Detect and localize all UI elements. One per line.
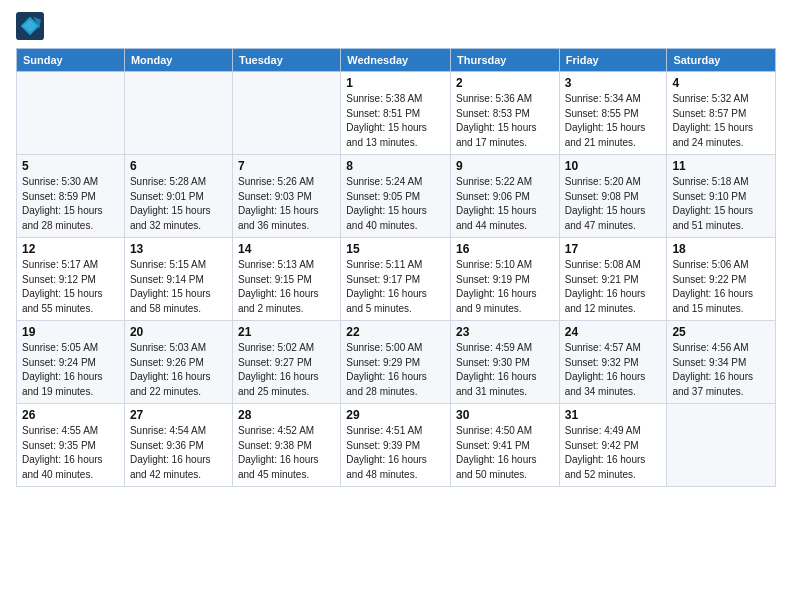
calendar-cell: 3Sunrise: 5:34 AMSunset: 8:55 PMDaylight…	[559, 72, 667, 155]
cell-sun-info: Sunrise: 4:50 AMSunset: 9:41 PMDaylight:…	[456, 424, 554, 482]
calendar-cell: 16Sunrise: 5:10 AMSunset: 9:19 PMDayligh…	[450, 238, 559, 321]
day-number: 5	[22, 159, 119, 173]
calendar-cell: 8Sunrise: 5:24 AMSunset: 9:05 PMDaylight…	[341, 155, 451, 238]
calendar-cell: 4Sunrise: 5:32 AMSunset: 8:57 PMDaylight…	[667, 72, 776, 155]
cell-sun-info: Sunrise: 4:54 AMSunset: 9:36 PMDaylight:…	[130, 424, 227, 482]
cell-sun-info: Sunrise: 4:55 AMSunset: 9:35 PMDaylight:…	[22, 424, 119, 482]
calendar-cell: 24Sunrise: 4:57 AMSunset: 9:32 PMDayligh…	[559, 321, 667, 404]
weekday-header-row: SundayMondayTuesdayWednesdayThursdayFrid…	[17, 49, 776, 72]
calendar-cell: 12Sunrise: 5:17 AMSunset: 9:12 PMDayligh…	[17, 238, 125, 321]
calendar-cell: 17Sunrise: 5:08 AMSunset: 9:21 PMDayligh…	[559, 238, 667, 321]
cell-sun-info: Sunrise: 5:05 AMSunset: 9:24 PMDaylight:…	[22, 341, 119, 399]
calendar-cell: 22Sunrise: 5:00 AMSunset: 9:29 PMDayligh…	[341, 321, 451, 404]
calendar-page: SundayMondayTuesdayWednesdayThursdayFrid…	[0, 0, 792, 612]
cell-sun-info: Sunrise: 5:20 AMSunset: 9:08 PMDaylight:…	[565, 175, 662, 233]
calendar-cell: 25Sunrise: 4:56 AMSunset: 9:34 PMDayligh…	[667, 321, 776, 404]
cell-sun-info: Sunrise: 5:32 AMSunset: 8:57 PMDaylight:…	[672, 92, 770, 150]
page-header	[16, 12, 776, 40]
cell-sun-info: Sunrise: 5:30 AMSunset: 8:59 PMDaylight:…	[22, 175, 119, 233]
weekday-header-friday: Friday	[559, 49, 667, 72]
day-number: 15	[346, 242, 445, 256]
weekday-header-wednesday: Wednesday	[341, 49, 451, 72]
logo	[16, 12, 48, 40]
calendar-cell	[17, 72, 125, 155]
day-number: 19	[22, 325, 119, 339]
calendar-cell: 6Sunrise: 5:28 AMSunset: 9:01 PMDaylight…	[124, 155, 232, 238]
cell-sun-info: Sunrise: 4:59 AMSunset: 9:30 PMDaylight:…	[456, 341, 554, 399]
calendar-cell: 20Sunrise: 5:03 AMSunset: 9:26 PMDayligh…	[124, 321, 232, 404]
cell-sun-info: Sunrise: 4:57 AMSunset: 9:32 PMDaylight:…	[565, 341, 662, 399]
calendar-cell	[124, 72, 232, 155]
day-number: 10	[565, 159, 662, 173]
cell-sun-info: Sunrise: 5:15 AMSunset: 9:14 PMDaylight:…	[130, 258, 227, 316]
cell-sun-info: Sunrise: 5:34 AMSunset: 8:55 PMDaylight:…	[565, 92, 662, 150]
day-number: 22	[346, 325, 445, 339]
calendar-cell: 5Sunrise: 5:30 AMSunset: 8:59 PMDaylight…	[17, 155, 125, 238]
cell-sun-info: Sunrise: 5:02 AMSunset: 9:27 PMDaylight:…	[238, 341, 335, 399]
calendar-cell	[233, 72, 341, 155]
cell-sun-info: Sunrise: 5:24 AMSunset: 9:05 PMDaylight:…	[346, 175, 445, 233]
day-number: 8	[346, 159, 445, 173]
cell-sun-info: Sunrise: 5:17 AMSunset: 9:12 PMDaylight:…	[22, 258, 119, 316]
cell-sun-info: Sunrise: 5:00 AMSunset: 9:29 PMDaylight:…	[346, 341, 445, 399]
calendar-row-3: 12Sunrise: 5:17 AMSunset: 9:12 PMDayligh…	[17, 238, 776, 321]
weekday-header-sunday: Sunday	[17, 49, 125, 72]
cell-sun-info: Sunrise: 5:08 AMSunset: 9:21 PMDaylight:…	[565, 258, 662, 316]
calendar-cell: 31Sunrise: 4:49 AMSunset: 9:42 PMDayligh…	[559, 404, 667, 487]
calendar-cell: 7Sunrise: 5:26 AMSunset: 9:03 PMDaylight…	[233, 155, 341, 238]
cell-sun-info: Sunrise: 4:51 AMSunset: 9:39 PMDaylight:…	[346, 424, 445, 482]
cell-sun-info: Sunrise: 5:18 AMSunset: 9:10 PMDaylight:…	[672, 175, 770, 233]
cell-sun-info: Sunrise: 4:49 AMSunset: 9:42 PMDaylight:…	[565, 424, 662, 482]
day-number: 11	[672, 159, 770, 173]
calendar-cell: 21Sunrise: 5:02 AMSunset: 9:27 PMDayligh…	[233, 321, 341, 404]
calendar-cell: 9Sunrise: 5:22 AMSunset: 9:06 PMDaylight…	[450, 155, 559, 238]
day-number: 21	[238, 325, 335, 339]
day-number: 17	[565, 242, 662, 256]
calendar-cell: 29Sunrise: 4:51 AMSunset: 9:39 PMDayligh…	[341, 404, 451, 487]
day-number: 26	[22, 408, 119, 422]
calendar-cell: 14Sunrise: 5:13 AMSunset: 9:15 PMDayligh…	[233, 238, 341, 321]
calendar-cell: 15Sunrise: 5:11 AMSunset: 9:17 PMDayligh…	[341, 238, 451, 321]
day-number: 12	[22, 242, 119, 256]
day-number: 24	[565, 325, 662, 339]
calendar-row-2: 5Sunrise: 5:30 AMSunset: 8:59 PMDaylight…	[17, 155, 776, 238]
day-number: 25	[672, 325, 770, 339]
day-number: 23	[456, 325, 554, 339]
calendar-cell: 11Sunrise: 5:18 AMSunset: 9:10 PMDayligh…	[667, 155, 776, 238]
day-number: 29	[346, 408, 445, 422]
day-number: 18	[672, 242, 770, 256]
day-number: 31	[565, 408, 662, 422]
cell-sun-info: Sunrise: 5:38 AMSunset: 8:51 PMDaylight:…	[346, 92, 445, 150]
calendar-cell: 13Sunrise: 5:15 AMSunset: 9:14 PMDayligh…	[124, 238, 232, 321]
cell-sun-info: Sunrise: 5:11 AMSunset: 9:17 PMDaylight:…	[346, 258, 445, 316]
calendar-row-5: 26Sunrise: 4:55 AMSunset: 9:35 PMDayligh…	[17, 404, 776, 487]
cell-sun-info: Sunrise: 5:36 AMSunset: 8:53 PMDaylight:…	[456, 92, 554, 150]
calendar-cell: 19Sunrise: 5:05 AMSunset: 9:24 PMDayligh…	[17, 321, 125, 404]
day-number: 9	[456, 159, 554, 173]
cell-sun-info: Sunrise: 5:03 AMSunset: 9:26 PMDaylight:…	[130, 341, 227, 399]
day-number: 20	[130, 325, 227, 339]
cell-sun-info: Sunrise: 5:13 AMSunset: 9:15 PMDaylight:…	[238, 258, 335, 316]
cell-sun-info: Sunrise: 5:10 AMSunset: 9:19 PMDaylight:…	[456, 258, 554, 316]
day-number: 4	[672, 76, 770, 90]
calendar-cell	[667, 404, 776, 487]
calendar-cell: 10Sunrise: 5:20 AMSunset: 9:08 PMDayligh…	[559, 155, 667, 238]
day-number: 3	[565, 76, 662, 90]
day-number: 27	[130, 408, 227, 422]
calendar-cell: 18Sunrise: 5:06 AMSunset: 9:22 PMDayligh…	[667, 238, 776, 321]
calendar-cell: 1Sunrise: 5:38 AMSunset: 8:51 PMDaylight…	[341, 72, 451, 155]
calendar-cell: 30Sunrise: 4:50 AMSunset: 9:41 PMDayligh…	[450, 404, 559, 487]
day-number: 6	[130, 159, 227, 173]
cell-sun-info: Sunrise: 4:56 AMSunset: 9:34 PMDaylight:…	[672, 341, 770, 399]
day-number: 14	[238, 242, 335, 256]
calendar-cell: 27Sunrise: 4:54 AMSunset: 9:36 PMDayligh…	[124, 404, 232, 487]
cell-sun-info: Sunrise: 5:06 AMSunset: 9:22 PMDaylight:…	[672, 258, 770, 316]
day-number: 30	[456, 408, 554, 422]
weekday-header-saturday: Saturday	[667, 49, 776, 72]
weekday-header-thursday: Thursday	[450, 49, 559, 72]
day-number: 28	[238, 408, 335, 422]
calendar-cell: 2Sunrise: 5:36 AMSunset: 8:53 PMDaylight…	[450, 72, 559, 155]
day-number: 2	[456, 76, 554, 90]
cell-sun-info: Sunrise: 5:26 AMSunset: 9:03 PMDaylight:…	[238, 175, 335, 233]
calendar-cell: 23Sunrise: 4:59 AMSunset: 9:30 PMDayligh…	[450, 321, 559, 404]
